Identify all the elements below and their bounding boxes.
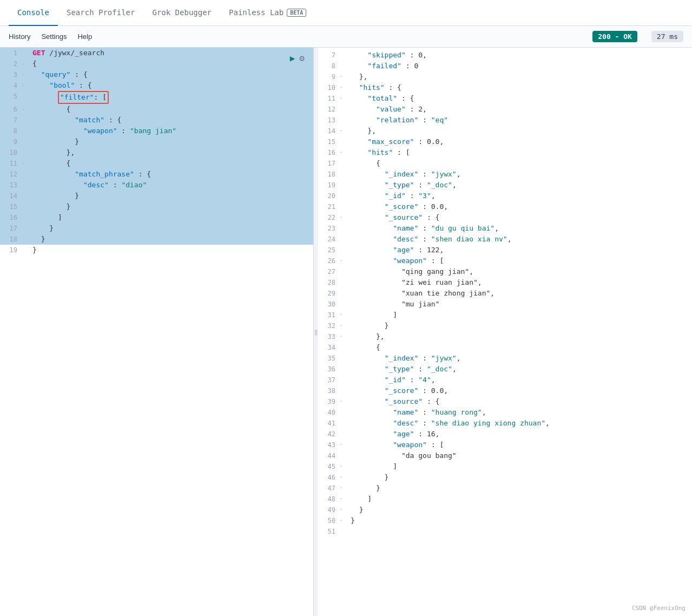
output-line-content: "name" : "du gu qiu bai", [348,223,692,234]
line-content: } [30,136,313,147]
editor-line: 4- "bool" : { [0,80,313,91]
output-line: 37 "_id" : "4", [318,375,692,385]
output-line-number: 38 [318,385,340,396]
output-line: 14· }, [318,126,692,136]
line-content: "weapon" : "bang jian" [30,126,313,136]
output-line-content: "value" : 2, [348,104,692,115]
output-line: 21 "_score" : 0.0, [318,201,692,212]
line-content: ] [30,212,313,223]
line-content: GET /jywx/_search [30,48,313,58]
output-line-number: 44 [318,450,340,461]
line-number: 4 [0,80,22,91]
fold-indicator[interactable]: - [22,80,30,91]
editor-line: 6- { [0,104,313,115]
fold-indicator[interactable]: - [22,58,30,69]
tab-grok-debugger[interactable]: Grok Debugger [143,0,220,26]
output-line: 33· }, [318,331,692,342]
output-fold-indicator: · [340,483,348,494]
output-line-content: "skipped" : 0, [348,50,692,61]
fold-indicator[interactable]: - [22,69,30,80]
output-line-content: "_index" : "jywx", [348,353,692,364]
output-line-content: "xuan tie zhong jian", [348,288,692,299]
fold-indicator[interactable]: - [22,158,30,169]
output-line-content: ] [348,310,692,320]
output-line: 45· ] [318,461,692,472]
output-line-content: "desc" : "she diao ying xiong zhuan", [348,418,692,429]
output-line-number: 42 [318,429,340,440]
output-line: 10· "hits" : { [318,82,692,93]
output-line-content: "qing gang jian", [348,266,692,277]
line-number: 17 [0,223,22,234]
output-line-number: 51 [318,526,340,537]
output-line-content: "_id" : "4", [348,375,692,385]
output-line-number: 9 [318,71,340,82]
output-line-number: 19 [318,180,340,191]
output-line-content: "_type" : "_doc", [348,180,692,191]
main-content: ▶ ⚙ 1GET /jywx/_search2-{3- "query" : {4… [0,48,692,616]
help-button[interactable]: Help [77,30,92,43]
output-line-content: } [348,515,692,526]
output-line-number: 45 [318,461,340,472]
line-content: } [30,223,313,234]
tab-console[interactable]: Console [9,0,58,26]
output-line: 49· } [318,504,692,515]
run-icon[interactable]: ▶ [290,53,295,63]
output-fold-indicator: · [340,147,348,158]
output-line: 11· "total" : { [318,93,692,104]
output-panel[interactable]: 7 "skipped" : 0,8 "failed" : 09· },10· "… [318,48,692,616]
output-line-number: 16 [318,147,340,158]
output-line-content: ] [348,461,692,472]
output-line: 12 "value" : 2, [318,104,692,115]
panel-divider[interactable]: ‖ [314,48,318,616]
line-number: 1 [0,48,22,58]
output-line-number: 28 [318,277,340,288]
editor-line: 14 } [0,191,313,201]
output-line-number: 32 [318,320,340,331]
output-line-content: "failed" : 0 [348,61,692,71]
tab-search-profiler[interactable]: Search Profiler [58,0,143,26]
output-fold-indicator: · [340,310,348,320]
output-line: 31· ] [318,310,692,320]
tab-painless-lab[interactable]: Painless Lab BETA [220,0,315,26]
output-line-number: 34 [318,342,340,353]
output-line-content: ] [348,494,692,504]
output-fold-indicator: · [340,71,348,82]
output-line: 36 "_type" : "_doc", [318,364,692,375]
output-line-content: "_type" : "_doc", [348,364,692,375]
beta-badge: BETA [287,9,306,17]
output-line-number: 41 [318,418,340,429]
output-fold-indicator: · [340,494,348,504]
line-content: { [30,58,313,69]
output-line-content: "name" : "huang rong", [348,407,692,418]
line-number: 16 [0,212,22,223]
output-line-number: 22 [318,212,340,223]
line-content: { [30,104,313,115]
output-line-content: "_id" : "3", [348,191,692,201]
output-line-content: "_source" : { [348,396,692,407]
line-content: } [30,191,313,201]
editor-settings-icon[interactable]: ⚙ [299,53,305,63]
line-content: "query" : { [30,69,313,80]
output-fold-indicator: · [340,93,348,104]
output-line-number: 30 [318,299,340,310]
output-line-number: 27 [318,266,340,277]
output-line: 17 { [318,158,692,169]
editor-line: 5 "filter": [ [0,91,313,104]
output-line-content: }, [348,331,692,342]
line-content: "bool" : { [30,80,313,91]
top-navigation: Console Search Profiler Grok Debugger Pa… [0,0,692,26]
fold-indicator[interactable]: - [22,104,30,115]
output-line-number: 11 [318,93,340,104]
line-number: 8 [0,126,22,136]
settings-button[interactable]: Settings [41,30,67,43]
output-fold-indicator: · [340,472,348,483]
output-line-content: "weapon" : [ [348,255,692,266]
code-editor[interactable]: 1GET /jywx/_search2-{3- "query" : {4- "b… [0,48,313,255]
output-line: 42 "age" : 16, [318,429,692,440]
editor-panel[interactable]: ▶ ⚙ 1GET /jywx/_search2-{3- "query" : {4… [0,48,314,616]
output-fold-indicator: · [340,504,348,515]
output-line-number: 24 [318,234,340,245]
output-line-number: 10 [318,82,340,93]
history-button[interactable]: History [9,30,30,43]
output-line: 50·} [318,515,692,526]
